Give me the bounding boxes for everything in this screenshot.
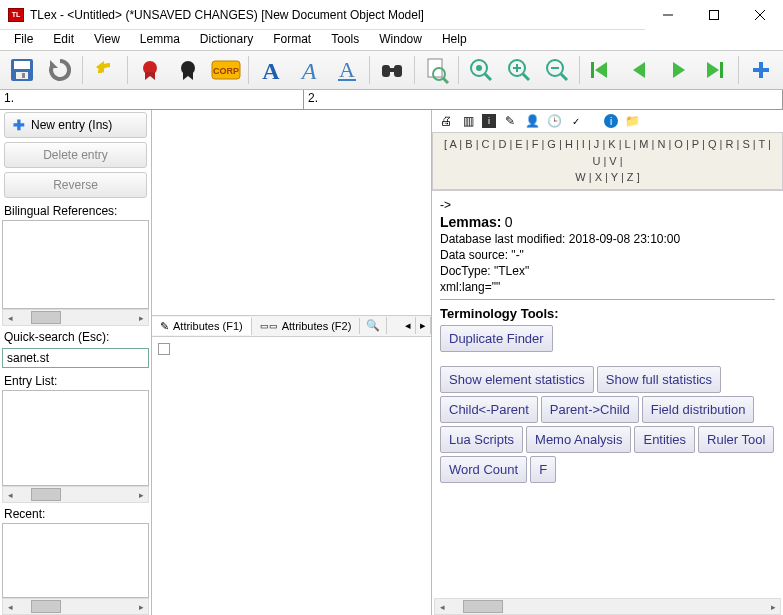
tab-attributes-f2[interactable]: ▭▭ Attributes (F2) <box>252 318 361 334</box>
binoculars-button[interactable] <box>374 52 410 88</box>
tool-duplicate-finder[interactable]: Duplicate Finder <box>440 325 553 352</box>
minimize-button[interactable] <box>645 0 691 30</box>
undo-button[interactable] <box>87 52 123 88</box>
note-icon[interactable]: ✎ <box>502 113 518 129</box>
menu-file[interactable]: File <box>6 30 41 48</box>
work-cell-1[interactable]: 1. <box>0 90 304 109</box>
reverse-button[interactable]: Reverse <box>4 172 147 198</box>
tool-parent-child[interactable]: Parent->Child <box>541 396 639 423</box>
editor-pane[interactable] <box>152 110 431 315</box>
entry-list-pane[interactable] <box>2 390 149 486</box>
help-icon[interactable]: i <box>604 114 618 128</box>
tab-find[interactable]: 🔍 <box>360 317 387 334</box>
tool-f[interactable]: F <box>530 456 556 483</box>
title-bar: TL TLex - <Untitled> (*UNSAVED CHANGES) … <box>0 0 783 30</box>
corp-button[interactable]: CORP <box>208 52 244 88</box>
right-scrollbar[interactable]: ◂▸ <box>434 598 781 615</box>
svg-rect-16 <box>382 65 390 77</box>
menu-help[interactable]: Help <box>434 30 475 48</box>
tool-show-full-stats[interactable]: Show full statistics <box>597 366 721 393</box>
menu-window[interactable]: Window <box>371 30 430 48</box>
clock-icon[interactable]: 🕒 <box>546 113 562 129</box>
window-title: TLex - <Untitled> (*UNSAVED CHANGES) [Ne… <box>30 8 645 22</box>
tool-lua-scripts[interactable]: Lua Scripts <box>440 426 523 453</box>
add-button[interactable] <box>743 52 779 88</box>
font-italic-button[interactable]: A <box>291 52 327 88</box>
tool-child-parent[interactable]: Child<-Parent <box>440 396 538 423</box>
scrollbar-1[interactable]: ◂▸ <box>2 309 149 326</box>
svg-rect-1 <box>710 10 719 19</box>
nav-first-button[interactable] <box>584 52 620 88</box>
nav-prev-button[interactable] <box>622 52 658 88</box>
attributes-body[interactable] <box>152 337 431 615</box>
work-cell-2[interactable]: 2. <box>304 90 783 109</box>
columns-icon[interactable]: ▥ <box>460 113 476 129</box>
work-row: 1. 2. <box>0 90 783 110</box>
app-icon: TL <box>8 8 24 22</box>
alpha-row2: W | X | Y | Z ] <box>439 169 776 186</box>
menu-tools[interactable]: Tools <box>323 30 367 48</box>
scrollbar-2[interactable]: ◂▸ <box>2 486 149 503</box>
menu-view[interactable]: View <box>86 30 128 48</box>
maximize-button[interactable] <box>691 0 737 30</box>
tab-attributes-f1[interactable]: ✎ Attributes (F1) <box>152 317 252 335</box>
alpha-row1: [ A | B | C | D | E | F | G | H | I | J … <box>439 136 776 169</box>
menu-edit[interactable]: Edit <box>45 30 82 48</box>
font-underline-button[interactable]: A <box>329 52 365 88</box>
save-button[interactable] <box>4 52 40 88</box>
zoom-out-button[interactable] <box>539 52 575 88</box>
quicksearch-input[interactable] <box>2 348 149 368</box>
menu-format[interactable]: Format <box>265 30 319 48</box>
tab-scroll-left[interactable]: ◂ <box>401 317 416 334</box>
menu-dictionary[interactable]: Dictionary <box>192 30 261 48</box>
zoom-reset-button[interactable] <box>463 52 499 88</box>
delete-entry-button[interactable]: Delete entry <box>4 142 147 168</box>
lemmas-count: 0 <box>505 214 513 230</box>
attribute-checkbox[interactable] <box>158 343 170 355</box>
alpha-index[interactable]: [ A | B | C | D | E | F | G | H | I | J … <box>432 132 783 190</box>
svg-text:CORP: CORP <box>213 66 239 76</box>
zoom-in-button[interactable] <box>501 52 537 88</box>
svg-rect-17 <box>394 65 402 77</box>
tool-show-element-stats[interactable]: Show element statistics <box>440 366 594 393</box>
svg-line-21 <box>443 78 448 83</box>
scrollbar-3[interactable]: ◂▸ <box>2 598 149 615</box>
svg-line-24 <box>485 74 491 80</box>
print-icon[interactable]: 🖨 <box>438 113 454 129</box>
tool-memo-analysis[interactable]: Memo Analysis <box>526 426 631 453</box>
info-arrow: -> <box>440 198 775 212</box>
tool-field-distribution[interactable]: Field distribution <box>642 396 755 423</box>
main-toolbar: CORP A A A <box>0 50 783 90</box>
info-square-icon[interactable]: i <box>482 114 496 128</box>
search-doc-button[interactable] <box>419 52 455 88</box>
tool-word-count[interactable]: Word Count <box>440 456 527 483</box>
spellcheck-icon[interactable]: ✓ <box>568 113 584 129</box>
tool-ruler[interactable]: Ruler Tool <box>698 426 774 453</box>
svg-rect-32 <box>591 62 594 78</box>
tab-scroll-right[interactable]: ▸ <box>416 317 431 334</box>
black-seal-button[interactable] <box>170 52 206 88</box>
nav-last-button[interactable] <box>698 52 734 88</box>
svg-line-28 <box>523 74 529 80</box>
left-panel: ✚ New entry (Ins) Delete entry Reverse B… <box>0 110 152 615</box>
recent-pane[interactable] <box>2 523 149 598</box>
svg-text:A: A <box>262 58 280 83</box>
lemmas-label: Lemmas: <box>440 214 501 230</box>
reverse-label: Reverse <box>53 178 98 192</box>
bilingual-pane[interactable] <box>2 220 149 309</box>
folder-icon[interactable]: 📁 <box>624 113 640 129</box>
close-button[interactable] <box>737 0 783 30</box>
user-icon[interactable]: 👤 <box>524 113 540 129</box>
svg-line-31 <box>561 74 567 80</box>
middle-panel: ✎ Attributes (F1) ▭▭ Attributes (F2) 🔍 ◂… <box>152 110 432 615</box>
svg-text:A: A <box>299 58 316 83</box>
nav-next-button[interactable] <box>660 52 696 88</box>
menu-lemma[interactable]: Lemma <box>132 30 188 48</box>
attribute-tabs: ✎ Attributes (F1) ▭▭ Attributes (F2) 🔍 ◂… <box>152 315 431 337</box>
quicksearch-label: Quick-search (Esc): <box>0 326 151 346</box>
tool-entities[interactable]: Entities <box>634 426 695 453</box>
red-seal-button[interactable] <box>132 52 168 88</box>
font-blue-button[interactable]: A <box>253 52 289 88</box>
new-entry-button[interactable]: ✚ New entry (Ins) <box>4 112 147 138</box>
reload-button[interactable] <box>42 52 78 88</box>
